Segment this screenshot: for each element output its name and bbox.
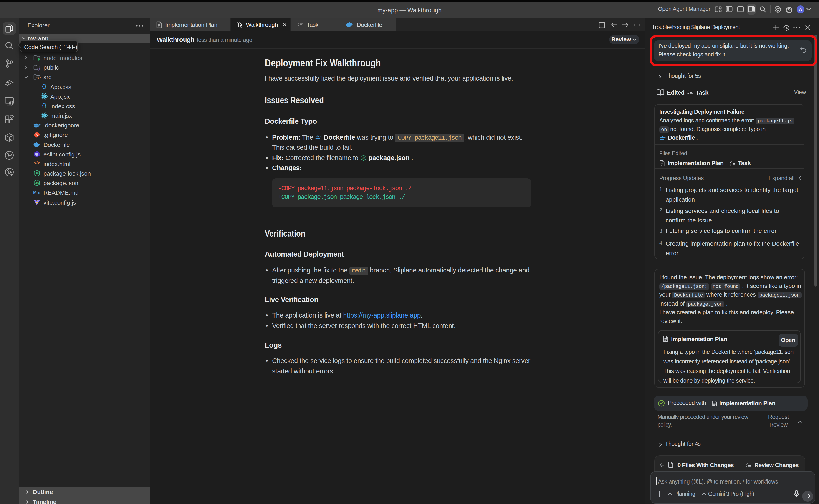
svg-text:JS: JS bbox=[35, 172, 39, 175]
svg-text:JS: JS bbox=[362, 157, 365, 159]
svg-text:JS: JS bbox=[35, 181, 39, 185]
svg-text:M: M bbox=[33, 191, 36, 195]
